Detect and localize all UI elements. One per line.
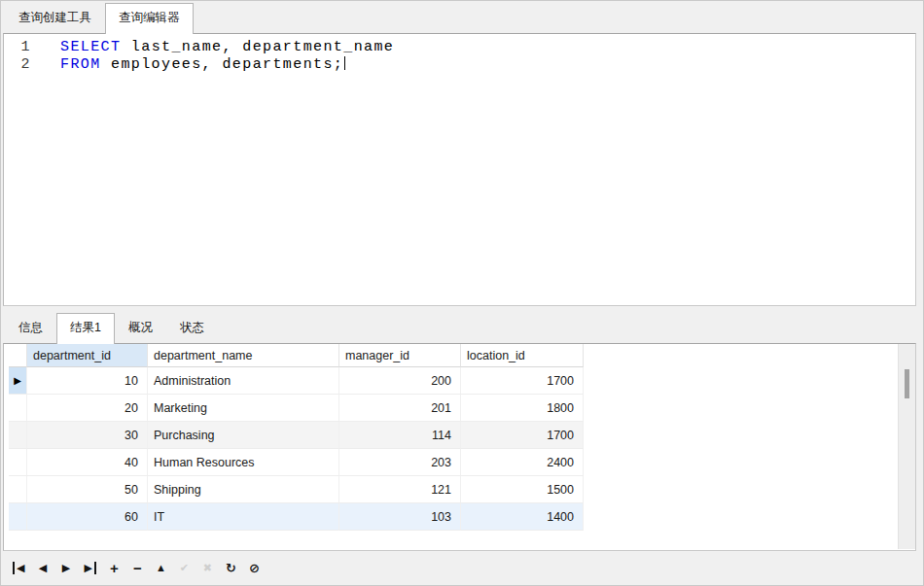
cell-department-id[interactable]: 40: [27, 449, 148, 476]
column-header-department-name[interactable]: department_name: [148, 344, 339, 367]
table-row[interactable]: 30 Purchasing 114 1700: [9, 422, 915, 449]
delete-record-icon[interactable]: −: [132, 562, 143, 574]
row-selector-header[interactable]: [9, 344, 27, 367]
cell-department-name[interactable]: Administration: [148, 367, 339, 395]
cell-manager-id[interactable]: 203: [339, 449, 461, 476]
result-tabbar: 信息 结果1 概况 状态: [5, 313, 218, 343]
cell-department-id[interactable]: 20: [27, 395, 148, 422]
table-row[interactable]: 60 IT 103 1400: [9, 503, 915, 531]
cell-manager-id[interactable]: 201: [339, 395, 461, 422]
sql-editor-panel[interactable]: 1 SELECT last_name, department_name 2 FR…: [3, 33, 916, 306]
row-selector[interactable]: [9, 395, 27, 422]
cell-location-id[interactable]: 1800: [461, 395, 584, 422]
tab-info[interactable]: 信息: [5, 313, 56, 343]
column-header-manager-id[interactable]: manager_id: [339, 344, 461, 367]
code-text: FROM employees, departments;: [31, 56, 345, 74]
scrollbar-thumb[interactable]: [905, 369, 909, 398]
cell-manager-id[interactable]: 121: [339, 476, 461, 503]
column-header-department-id[interactable]: department_id: [27, 344, 148, 367]
stop-icon[interactable]: ⊘: [249, 562, 260, 574]
line-number: 1: [4, 39, 31, 56]
cell-department-name[interactable]: Human Resources: [148, 449, 339, 476]
next-record-icon[interactable]: ▶: [60, 562, 71, 574]
line-number: 2: [4, 56, 31, 74]
last-record-icon[interactable]: ▶: [84, 562, 95, 574]
cell-location-id[interactable]: 1700: [461, 422, 584, 449]
row-selector[interactable]: ▶: [9, 367, 27, 395]
cell-department-name[interactable]: Shipping: [148, 476, 339, 503]
text-cursor: [344, 56, 345, 70]
tab-result-1[interactable]: 结果1: [56, 313, 115, 344]
sql-text: employees, departments;: [101, 56, 344, 73]
result-grid-panel: department_id department_name manager_id…: [3, 343, 916, 551]
row-selector[interactable]: [9, 503, 27, 531]
vertical-scrollbar[interactable]: [898, 344, 915, 549]
cell-manager-id[interactable]: 114: [339, 422, 461, 449]
result-grid: department_id department_name manager_id…: [9, 344, 915, 531]
cell-manager-id[interactable]: 103: [339, 503, 461, 531]
tab-query-editor[interactable]: 查询编辑器: [105, 3, 194, 34]
sql-text: last_name, department_name: [121, 39, 394, 55]
code-line: 2 FROM employees, departments;: [4, 56, 915, 74]
previous-record-icon[interactable]: ◀: [37, 562, 48, 574]
cell-location-id[interactable]: 1400: [461, 503, 584, 531]
query-tool-window: 查询创建工具 查询编辑器 1 SELECT last_name, departm…: [0, 0, 924, 586]
edit-record-icon[interactable]: ▲: [156, 562, 166, 574]
discard-changes-icon[interactable]: ✖: [202, 562, 213, 574]
record-navigation-toolbar: ◀ ◀ ▶ ▶ + − ▲ ✔ ✖ ↻ ⊘: [13, 557, 260, 578]
row-selector[interactable]: [9, 422, 27, 449]
code-text: SELECT last_name, department_name: [31, 39, 394, 56]
grid-header-row: department_id department_name manager_id…: [9, 344, 915, 367]
cell-manager-id[interactable]: 200: [339, 367, 461, 395]
column-header-location-id[interactable]: location_id: [461, 344, 584, 367]
tab-query-builder[interactable]: 查询创建工具: [5, 3, 105, 33]
sql-keyword: FROM: [60, 56, 101, 73]
row-selector[interactable]: [9, 476, 27, 503]
sql-code-area[interactable]: 1 SELECT last_name, department_name 2 FR…: [4, 34, 915, 74]
row-selector[interactable]: [9, 449, 27, 476]
cell-department-name[interactable]: Purchasing: [148, 422, 339, 449]
cell-location-id[interactable]: 2400: [461, 449, 584, 476]
table-row[interactable]: 20 Marketing 201 1800: [9, 395, 915, 422]
sql-keyword: SELECT: [60, 39, 121, 55]
add-record-icon[interactable]: +: [109, 562, 120, 574]
refresh-icon[interactable]: ↻: [226, 562, 236, 574]
cell-location-id[interactable]: 1500: [461, 476, 584, 503]
editor-tabbar: 查询创建工具 查询编辑器: [5, 3, 194, 33]
table-row[interactable]: ▶ 10 Administration 200 1700: [9, 367, 915, 395]
first-record-icon[interactable]: ◀: [13, 562, 24, 574]
cell-department-id[interactable]: 10: [27, 367, 148, 395]
current-record-arrow-icon: ▶: [14, 376, 21, 386]
apply-changes-icon[interactable]: ✔: [179, 562, 190, 574]
cell-location-id[interactable]: 1700: [461, 367, 584, 395]
cell-department-id[interactable]: 60: [27, 503, 148, 531]
cell-department-name[interactable]: IT: [148, 503, 339, 531]
table-row[interactable]: 40 Human Resources 203 2400: [9, 449, 915, 476]
cell-department-id[interactable]: 50: [27, 476, 148, 503]
tab-profile[interactable]: 概况: [115, 313, 166, 343]
table-row[interactable]: 50 Shipping 121 1500: [9, 476, 915, 503]
cell-department-id[interactable]: 30: [27, 422, 148, 449]
code-line: 1 SELECT last_name, department_name: [4, 39, 915, 56]
tab-status[interactable]: 状态: [166, 313, 218, 343]
cell-department-name[interactable]: Marketing: [148, 395, 339, 422]
